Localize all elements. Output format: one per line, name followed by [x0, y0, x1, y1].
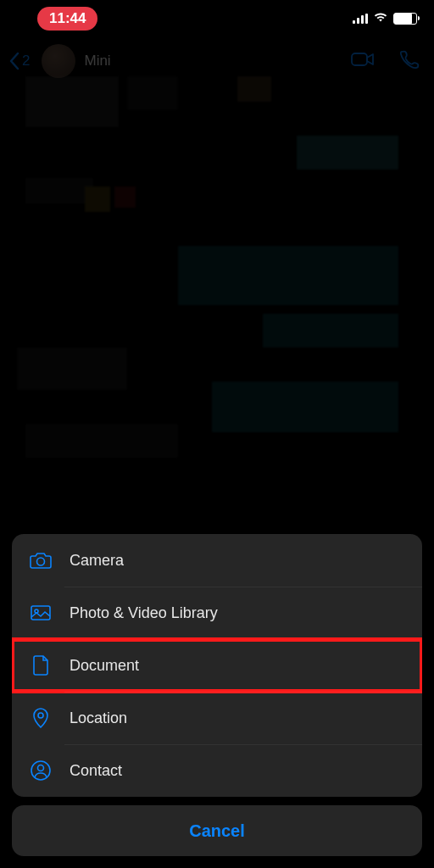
camera-option[interactable]: Camera: [12, 534, 422, 587]
contact-label: Contact: [70, 762, 122, 780]
document-option[interactable]: Document: [12, 639, 422, 692]
cancel-button[interactable]: Cancel: [12, 805, 422, 856]
signal-icon: [353, 14, 368, 24]
contact-option[interactable]: Contact: [12, 744, 422, 797]
status-time: 11:44: [37, 7, 97, 31]
svg-point-6: [38, 765, 44, 771]
camera-icon: [29, 548, 53, 572]
camera-label: Camera: [70, 552, 124, 570]
svg-point-1: [37, 558, 45, 565]
contact-icon: [29, 759, 53, 782]
status-bar: 11:44: [0, 0, 434, 37]
document-label: Document: [70, 657, 139, 675]
battery-icon: [393, 13, 417, 25]
attachment-action-sheet: Camera Photo & Video Library Document Lo…: [12, 534, 422, 856]
status-icons: [353, 11, 417, 26]
svg-point-4: [38, 713, 43, 718]
photo-library-label: Photo & Video Library: [70, 604, 218, 622]
photo-library-option[interactable]: Photo & Video Library: [12, 587, 422, 639]
location-icon: [29, 706, 53, 730]
wifi-icon: [373, 11, 388, 26]
document-icon: [29, 654, 53, 677]
photo-library-icon: [29, 601, 53, 625]
location-label: Location: [70, 709, 127, 727]
svg-rect-2: [31, 606, 50, 620]
action-sheet-group: Camera Photo & Video Library Document Lo…: [12, 534, 422, 797]
location-option[interactable]: Location: [12, 692, 422, 744]
